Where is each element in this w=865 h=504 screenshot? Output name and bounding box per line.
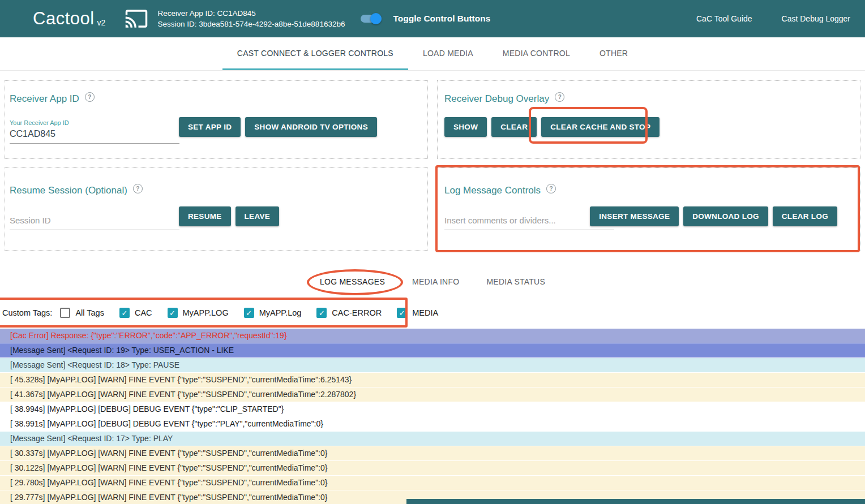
receiver-app-id-field: Your Receiver App ID (10, 119, 179, 144)
log-row: [ 41.367s] [MyAPP.LOG] [WARN] FINE EVENT… (0, 387, 865, 402)
tag-label: CAC-ERROR (332, 308, 382, 317)
receiver-app-id-card: Receiver App ID ? Your Receiver App ID S… (5, 80, 428, 159)
log-row: [ 38.994s] [MyAPP.LOG] [DEBUG] DEBUG EVE… (0, 402, 865, 416)
help-icon[interactable]: ? (133, 184, 143, 193)
log-row: [Cac Error] Response: {"type":"ERROR","c… (0, 329, 865, 343)
cast-icon (125, 7, 148, 31)
tag-label: All Tags (75, 308, 104, 317)
log-row: [Message Sent] <Request ID: 19> Type: US… (0, 343, 865, 357)
toggle-thumb (370, 13, 382, 24)
resume-session-card-title: Resume Session (Optional) ? (10, 185, 143, 196)
toggle-control-buttons-switch[interactable] (361, 13, 382, 24)
log-message-controls-buttons: INSERT MESSAGEDOWNLOAD LOGCLEAR LOG (590, 206, 837, 226)
receiver-app-id-input[interactable] (10, 126, 179, 144)
resume-session-card: Resume Session (Optional) ? RESUMELEAVE (5, 167, 428, 251)
log-row: [ 29.780s] [MyAPP.LOG] [WARN] FINE EVENT… (0, 476, 865, 490)
tag-label: MEDIA (412, 308, 438, 317)
tag-media-checkbox[interactable]: MEDIA (397, 308, 438, 318)
toggle-control-buttons-label: Toggle Control Buttons (393, 14, 490, 24)
tab-log-messages[interactable]: LOG MESSAGES (306, 266, 399, 298)
log-row: [Message Sent] <Request ID: 18> Type: PA… (0, 358, 865, 372)
tab-other[interactable]: OTHER (585, 37, 643, 70)
tab-cast-connect-logger-controls[interactable]: CAST CONNECT & LOGGER CONTROLS (222, 37, 408, 70)
log-message-list[interactable]: [Cac Error] Response: {"type":"ERROR","c… (0, 329, 865, 504)
tag-label: CAC (135, 308, 152, 317)
clear-overlay-button[interactable]: CLEAR (491, 117, 537, 137)
receiver-app-id-card-title: Receiver App ID ? (10, 93, 95, 105)
tag-myapp-log-upper-checkbox[interactable]: MyAPP.LOG (168, 308, 229, 318)
main-tab-bar: CAST CONNECT & LOGGER CONTROLSLOAD MEDIA… (0, 37, 865, 71)
checkbox-icon (60, 308, 70, 318)
tag-label: MyAPP.LOG (183, 308, 229, 317)
card-title-text: Log Message Controls (444, 185, 541, 196)
session-id-field (10, 212, 179, 230)
app-header: Cactool v2 Receiver App ID: CC1AD845 Ses… (0, 0, 865, 37)
card-title-text: Receiver Debug Overlay (444, 93, 549, 105)
tag-myapp-log-checkbox[interactable]: MyAPP.Log (244, 308, 302, 318)
custom-tags-bar: Custom Tags: All Tags CAC MyAPP.LOG MyAP… (0, 299, 408, 327)
log-row: [ 38.991s] [MyAPP.LOG] [DEBUG] DEBUG EVE… (0, 417, 865, 431)
show-android-tv-options-button[interactable]: SHOW ANDROID TV OPTIONS (245, 117, 377, 137)
leave-button[interactable]: LEAVE (235, 206, 280, 226)
log-row: [ 45.328s] [MyAPP.LOG] [WARN] FINE EVENT… (0, 373, 865, 387)
log-message-controls-card: Log Message Controls ? INSERT MESSAGEDOW… (437, 167, 860, 251)
show-overlay-button[interactable]: SHOW (444, 117, 487, 137)
help-icon[interactable]: ? (555, 92, 564, 102)
clear-log-button[interactable]: CLEAR LOG (773, 206, 837, 226)
session-id-input[interactable] (10, 212, 179, 230)
tab-media-status[interactable]: MEDIA STATUS (473, 266, 559, 298)
checkbox-icon (168, 308, 178, 318)
tag-all-tags-checkbox[interactable]: All Tags (60, 308, 104, 318)
custom-tags-label: Custom Tags: (2, 308, 52, 317)
cactool-app: Cactool v2 Receiver App ID: CC1AD845 Ses… (0, 0, 865, 504)
insert-message-button[interactable]: INSERT MESSAGE (590, 206, 679, 226)
receiver-app-id-field-label: Your Receiver App ID (10, 119, 179, 126)
cac-tool-guide-link[interactable]: CaC Tool Guide (696, 14, 752, 23)
checkbox-icon (119, 308, 130, 318)
download-log-button[interactable]: DOWNLOAD LOG (683, 206, 768, 226)
log-comment-input[interactable] (444, 212, 614, 230)
tag-cac-error-checkbox[interactable]: CAC-ERROR (316, 308, 382, 318)
bottom-bar (406, 499, 865, 504)
cast-debug-logger-link[interactable]: Cast Debug Logger (782, 14, 850, 23)
log-comment-field (444, 212, 614, 230)
checkbox-icon (316, 308, 327, 318)
checkbox-icon (244, 308, 254, 318)
help-icon[interactable]: ? (546, 184, 556, 193)
resume-button[interactable]: RESUME (179, 206, 231, 226)
log-row: [ 30.122s] [MyAPP.LOG] [WARN] FINE EVENT… (0, 461, 865, 475)
help-icon[interactable]: ? (85, 92, 95, 102)
log-row: [Message Sent] <Request ID: 17> Type: PL… (0, 432, 865, 446)
tag-cac-checkbox[interactable]: CAC (119, 308, 152, 318)
tab-load-media[interactable]: LOAD MEDIA (408, 37, 488, 70)
clear-cache-and-stop-button[interactable]: CLEAR CACHE AND STOP (541, 117, 660, 137)
header-links: CaC Tool Guide Cast Debug Logger (696, 14, 850, 23)
session-id-text: Session ID: 3bdea581-574e-4292-a8be-51de… (157, 19, 345, 29)
session-info: Receiver App ID: CC1AD845 Session ID: 3b… (157, 8, 345, 29)
set-app-id-button[interactable]: SET APP ID (179, 117, 241, 137)
receiver-app-id-buttons: SET APP IDSHOW ANDROID TV OPTIONS (179, 117, 377, 137)
receiver-debug-overlay-buttons: SHOWCLEARCLEAR CACHE AND STOP (444, 117, 660, 137)
app-logo: Cactool (33, 8, 95, 29)
checkbox-icon (397, 308, 407, 318)
resume-session-buttons: RESUMELEAVE (179, 206, 279, 226)
receiver-debug-overlay-card: Receiver Debug Overlay ? SHOWCLEARCLEAR … (437, 80, 860, 159)
log-row: [ 30.337s] [MyAPP.LOG] [WARN] FINE EVENT… (0, 446, 865, 460)
receiver-debug-overlay-card-title: Receiver Debug Overlay ? (444, 93, 564, 105)
app-version: v2 (97, 18, 106, 27)
tab-media-info[interactable]: MEDIA INFO (399, 266, 473, 298)
log-tab-bar: LOG MESSAGESMEDIA INFOMEDIA STATUS (0, 266, 865, 298)
card-title-text: Receiver App ID (10, 93, 79, 105)
receiver-app-id-text: Receiver App ID: CC1AD845 (157, 8, 345, 19)
tab-media-control[interactable]: MEDIA CONTROL (488, 37, 585, 70)
card-title-text: Resume Session (Optional) (10, 185, 127, 196)
log-message-controls-card-title: Log Message Controls ? (444, 185, 556, 196)
tag-label: MyAPP.Log (259, 308, 302, 317)
